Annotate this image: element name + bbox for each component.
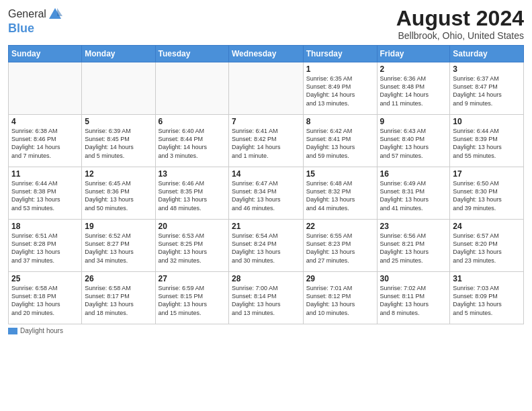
header: General Blue August 2024 Bellbrook, Ohio… xyxy=(8,7,524,41)
day-info: Sunrise: 7:03 AM Sunset: 8:09 PM Dayligh… xyxy=(453,284,521,317)
logo-blue-text: Blue xyxy=(8,21,62,36)
day-number: 14 xyxy=(232,169,300,179)
day-info: Sunrise: 6:52 AM Sunset: 8:27 PM Dayligh… xyxy=(85,232,152,265)
calendar-cell: 1Sunrise: 6:35 AM Sunset: 8:49 PM Daylig… xyxy=(303,62,377,115)
day-info: Sunrise: 6:48 AM Sunset: 8:32 PM Dayligh… xyxy=(306,179,374,212)
day-number: 5 xyxy=(85,117,152,126)
day-number: 24 xyxy=(453,222,521,231)
weekday-header-tuesday: Tuesday xyxy=(155,46,228,62)
title-block: August 2024 Bellbrook, Ohio, United Stat… xyxy=(396,7,524,41)
day-info: Sunrise: 6:51 AM Sunset: 8:28 PM Dayligh… xyxy=(11,232,79,265)
calendar-cell: 10Sunrise: 6:44 AM Sunset: 8:39 PM Dayli… xyxy=(450,115,524,167)
calendar-cell: 15Sunrise: 6:48 AM Sunset: 8:32 PM Dayli… xyxy=(303,167,377,220)
day-info: Sunrise: 6:38 AM Sunset: 8:46 PM Dayligh… xyxy=(11,127,79,160)
calendar-cell xyxy=(155,62,228,115)
day-number: 6 xyxy=(159,117,226,126)
calendar-cell: 28Sunrise: 7:00 AM Sunset: 8:14 PM Dayli… xyxy=(229,272,304,324)
calendar-cell: 3Sunrise: 6:37 AM Sunset: 8:47 PM Daylig… xyxy=(450,62,524,115)
day-info: Sunrise: 6:39 AM Sunset: 8:45 PM Dayligh… xyxy=(85,127,152,160)
day-number: 17 xyxy=(453,169,521,179)
weekday-header-friday: Friday xyxy=(377,46,450,62)
day-info: Sunrise: 6:53 AM Sunset: 8:25 PM Dayligh… xyxy=(159,232,226,265)
day-number: 29 xyxy=(306,274,374,283)
week-row-3: 11Sunrise: 6:44 AM Sunset: 8:38 PM Dayli… xyxy=(9,167,524,220)
calendar-cell: 19Sunrise: 6:52 AM Sunset: 8:27 PM Dayli… xyxy=(82,220,155,272)
calendar-cell: 11Sunrise: 6:44 AM Sunset: 8:38 PM Dayli… xyxy=(9,167,82,220)
day-number: 1 xyxy=(306,64,374,74)
day-number: 20 xyxy=(159,222,226,231)
calendar-cell: 2Sunrise: 6:36 AM Sunset: 8:48 PM Daylig… xyxy=(377,62,450,115)
day-info: Sunrise: 6:50 AM Sunset: 8:30 PM Dayligh… xyxy=(453,179,521,212)
logo-general-text: General xyxy=(8,8,46,20)
day-info: Sunrise: 7:02 AM Sunset: 8:11 PM Dayligh… xyxy=(380,284,447,317)
day-info: Sunrise: 6:37 AM Sunset: 8:47 PM Dayligh… xyxy=(453,75,521,107)
location: Bellbrook, Ohio, United States xyxy=(396,30,524,41)
logo: General Blue xyxy=(8,7,62,36)
day-info: Sunrise: 6:57 AM Sunset: 8:20 PM Dayligh… xyxy=(453,232,521,265)
calendar-cell xyxy=(229,62,304,115)
day-number: 13 xyxy=(159,169,226,179)
week-row-2: 4Sunrise: 6:38 AM Sunset: 8:46 PM Daylig… xyxy=(9,115,524,167)
day-number: 3 xyxy=(453,64,521,74)
weekday-header-wednesday: Wednesday xyxy=(229,46,304,62)
day-info: Sunrise: 6:54 AM Sunset: 8:24 PM Dayligh… xyxy=(232,232,300,265)
calendar-cell: 31Sunrise: 7:03 AM Sunset: 8:09 PM Dayli… xyxy=(450,272,524,324)
calendar-cell: 5Sunrise: 6:39 AM Sunset: 8:45 PM Daylig… xyxy=(82,115,155,167)
day-number: 31 xyxy=(453,274,521,283)
legend-label: Daylight hours xyxy=(20,327,63,334)
weekday-header-saturday: Saturday xyxy=(450,46,524,62)
day-info: Sunrise: 6:44 AM Sunset: 8:38 PM Dayligh… xyxy=(11,179,79,212)
calendar-cell: 7Sunrise: 6:41 AM Sunset: 8:42 PM Daylig… xyxy=(229,115,304,167)
day-number: 9 xyxy=(380,117,447,126)
calendar-cell: 22Sunrise: 6:55 AM Sunset: 8:23 PM Dayli… xyxy=(303,220,377,272)
day-info: Sunrise: 7:01 AM Sunset: 8:12 PM Dayligh… xyxy=(306,284,374,317)
day-info: Sunrise: 6:58 AM Sunset: 8:17 PM Dayligh… xyxy=(85,284,152,317)
weekday-header-row: SundayMondayTuesdayWednesdayThursdayFrid… xyxy=(9,46,524,62)
day-info: Sunrise: 6:59 AM Sunset: 8:15 PM Dayligh… xyxy=(159,284,226,317)
day-number: 10 xyxy=(453,117,521,126)
day-number: 16 xyxy=(380,169,447,179)
calendar-cell: 4Sunrise: 6:38 AM Sunset: 8:46 PM Daylig… xyxy=(9,115,82,167)
day-info: Sunrise: 6:55 AM Sunset: 8:23 PM Dayligh… xyxy=(306,232,374,265)
day-number: 22 xyxy=(306,222,374,231)
calendar-cell: 25Sunrise: 6:58 AM Sunset: 8:18 PM Dayli… xyxy=(9,272,82,324)
day-number: 4 xyxy=(11,117,79,126)
day-info: Sunrise: 6:45 AM Sunset: 8:36 PM Dayligh… xyxy=(85,179,152,212)
week-row-1: 1Sunrise: 6:35 AM Sunset: 8:49 PM Daylig… xyxy=(9,62,524,115)
calendar-cell: 23Sunrise: 6:56 AM Sunset: 8:21 PM Dayli… xyxy=(377,220,450,272)
calendar-cell: 17Sunrise: 6:50 AM Sunset: 8:30 PM Dayli… xyxy=(450,167,524,220)
day-number: 15 xyxy=(306,169,374,179)
day-info: Sunrise: 6:36 AM Sunset: 8:48 PM Dayligh… xyxy=(380,75,447,107)
calendar-cell: 9Sunrise: 6:43 AM Sunset: 8:40 PM Daylig… xyxy=(377,115,450,167)
legend: Daylight hours xyxy=(8,327,524,334)
calendar-cell xyxy=(82,62,155,115)
day-number: 8 xyxy=(306,117,374,126)
day-number: 21 xyxy=(232,222,300,231)
day-number: 2 xyxy=(380,64,447,74)
day-info: Sunrise: 7:00 AM Sunset: 8:14 PM Dayligh… xyxy=(232,284,300,317)
week-row-4: 18Sunrise: 6:51 AM Sunset: 8:28 PM Dayli… xyxy=(9,220,524,272)
week-row-5: 25Sunrise: 6:58 AM Sunset: 8:18 PM Dayli… xyxy=(9,272,524,324)
weekday-header-sunday: Sunday xyxy=(9,46,82,62)
calendar-cell: 29Sunrise: 7:01 AM Sunset: 8:12 PM Dayli… xyxy=(303,272,377,324)
day-info: Sunrise: 6:44 AM Sunset: 8:39 PM Dayligh… xyxy=(453,127,521,160)
day-number: 27 xyxy=(159,274,226,283)
day-number: 18 xyxy=(11,222,79,231)
day-number: 7 xyxy=(232,117,300,126)
weekday-header-thursday: Thursday xyxy=(303,46,377,62)
calendar-table: SundayMondayTuesdayWednesdayThursdayFrid… xyxy=(8,45,524,324)
calendar-cell: 30Sunrise: 7:02 AM Sunset: 8:11 PM Dayli… xyxy=(377,272,450,324)
day-info: Sunrise: 6:47 AM Sunset: 8:34 PM Dayligh… xyxy=(232,179,300,212)
month-title: August 2024 xyxy=(396,7,524,30)
day-number: 30 xyxy=(380,274,447,283)
day-number: 12 xyxy=(85,169,152,179)
day-info: Sunrise: 6:42 AM Sunset: 8:41 PM Dayligh… xyxy=(306,127,374,160)
day-info: Sunrise: 6:40 AM Sunset: 8:44 PM Dayligh… xyxy=(159,127,226,160)
calendar-cell: 14Sunrise: 6:47 AM Sunset: 8:34 PM Dayli… xyxy=(229,167,304,220)
calendar-cell: 20Sunrise: 6:53 AM Sunset: 8:25 PM Dayli… xyxy=(155,220,228,272)
weekday-header-monday: Monday xyxy=(82,46,155,62)
day-info: Sunrise: 6:49 AM Sunset: 8:31 PM Dayligh… xyxy=(380,179,447,212)
calendar-cell: 8Sunrise: 6:42 AM Sunset: 8:41 PM Daylig… xyxy=(303,115,377,167)
calendar-cell: 12Sunrise: 6:45 AM Sunset: 8:36 PM Dayli… xyxy=(82,167,155,220)
day-info: Sunrise: 6:35 AM Sunset: 8:49 PM Dayligh… xyxy=(306,75,374,107)
